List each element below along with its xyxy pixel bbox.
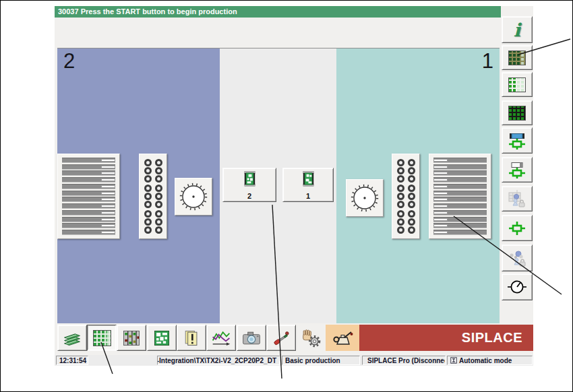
rotary-unit-left[interactable] [175,178,212,216]
nozzle-socket [155,159,162,166]
feeder-slot-bar [433,177,487,183]
nozzle-socket [155,175,162,183]
feeder-grid-green-icon [93,330,111,346]
feeder-slot-bar [62,184,115,189]
gauge-icon [507,277,527,296]
feeder-slot [101,231,115,234]
station-access-locked-button[interactable] [502,186,533,211]
feeder-slot [433,172,448,174]
brand-logo: SIPLACE [462,330,522,345]
feeder-slot-bar [62,164,115,170]
feeder-slot [433,166,448,168]
locked-station-icon [507,189,527,208]
feeder-table-left[interactable] [57,154,120,239]
pcb-icon [152,328,172,348]
hand-gear-icon [300,328,322,348]
station-2-button[interactable]: 2 [222,168,276,202]
feeder-slot-bar [433,217,487,222]
nozzle-socket [144,226,152,234]
locked-vision-icon [507,249,527,267]
station-1-label: 1 [306,192,310,200]
nozzle-socket [397,159,404,166]
feeder-slot-bar [62,203,115,209]
rotary-dial-icon [349,183,380,214]
feeder-slot-bar [62,223,115,228]
nozzle-changer-right[interactable] [392,154,420,239]
feeder-slot [101,185,115,188]
machine-view: 2 [57,48,500,323]
feeder-slot [101,192,115,195]
status-machine-mode: Automatic mode [459,357,512,364]
feeder-slot-bar [433,197,487,202]
nozzle-socket [397,175,404,183]
statistics-icon [121,328,142,348]
nozzle-socket [408,210,415,218]
nozzle-socket [155,201,162,208]
nozzle-changer-left[interactable] [139,154,167,239]
repair-view-button[interactable] [266,325,296,351]
nozzle-socket [144,185,152,192]
station-overview-button[interactable] [502,45,533,70]
status-time-field: 12:31:54 [56,356,88,365]
feeder-slot-bar [62,170,115,176]
pcb-view-button[interactable] [147,325,177,351]
info-button[interactable]: i [502,16,533,43]
nozzle-table-view-button[interactable] [502,100,533,125]
feeder-slot-bar [62,230,115,235]
nozzle-socket [397,185,404,192]
nozzle-socket [397,201,404,208]
station-1-button[interactable]: 1 [282,168,334,202]
maintenance-view-button[interactable] [326,325,359,351]
rotary-unit-right[interactable] [346,179,384,217]
nozzle-socket [397,210,404,218]
nozzle-socket [144,218,152,226]
gauge-view-button[interactable] [502,273,533,300]
nozzle-socket [408,175,415,183]
status-connection-field: SIPLACE Pro (Disconnected) [362,356,446,365]
feeder-slot [433,185,448,188]
component-chip-white-icon [507,160,527,179]
board-stack-icon [62,328,82,348]
conveyor-zone: 2 1 [220,48,336,323]
feeder-slot [101,205,115,207]
statistics-view-button[interactable] [117,325,146,351]
table-grid-green-white-icon [508,77,526,92]
component-table-view-button[interactable] [502,72,533,97]
component-bottom-view-button[interactable] [502,157,533,183]
nozzle-socket [397,218,404,226]
feeder-slot [433,198,448,201]
status-connection: SIPLACE Pro (Disconnected) [367,357,446,364]
nozzle-socket [155,185,162,192]
messages-view-button[interactable] [177,325,206,351]
feeder-slot-bar [433,170,487,176]
camera-view-button[interactable] [237,325,266,351]
feeder-slot-bar [62,210,115,216]
table-grid-green-black-icon [508,106,526,121]
feeder-slot-bar [433,164,487,170]
vision-access-locked-button[interactable] [502,244,533,271]
nozzle-socket [408,167,415,174]
component-top-view-button[interactable] [502,127,533,154]
chip-outline-view-button[interactable] [502,215,533,241]
nozzle-socket [144,167,152,174]
feeder-slot-bar [62,197,115,202]
feeder-slot-bar [433,203,487,209]
status-path: SW-Integration\TX\TX2i-V2_2CP20P2_DT [157,357,276,364]
status-production-mode-field: Basic production [282,356,360,365]
screenshot-canvas: 30037 Press the START button to begin pr… [0,0,573,392]
gantry-2-panel: 2 [57,48,220,323]
manual-mode-button[interactable] [296,325,326,351]
board-stack-view-button[interactable] [57,325,87,351]
feeder-table-right[interactable] [429,154,491,239]
nozzle-socket [155,226,162,234]
feeder-slot-bar [433,230,487,235]
bottom-toolbar: SIPLACE [55,325,533,351]
trend-view-button[interactable] [206,325,236,351]
feeder-slot-bar [433,223,487,228]
status-time: 12:31:54 [59,357,86,364]
camera-icon [241,328,262,348]
info-icon: i [514,21,520,39]
feeder-slot [101,172,115,174]
feeder-table-view-button[interactable] [87,325,117,351]
feeder-slot [101,224,115,227]
